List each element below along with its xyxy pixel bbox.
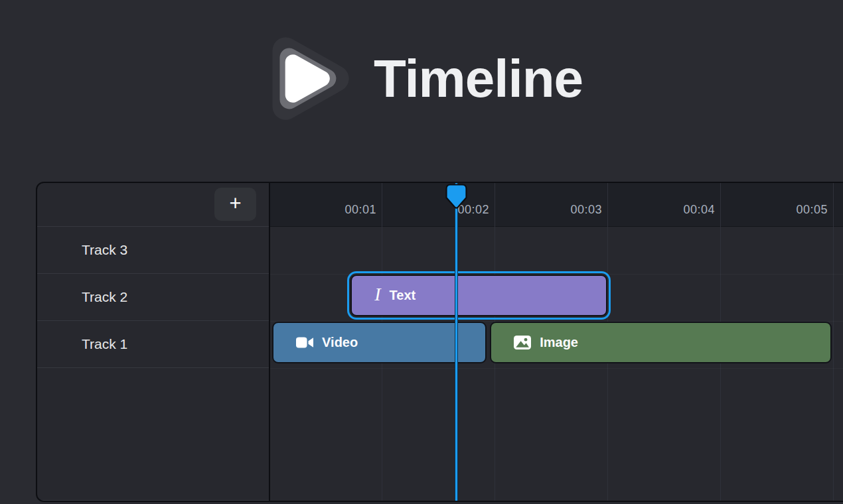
image-icon bbox=[514, 336, 531, 349]
plus-icon: + bbox=[229, 193, 241, 214]
track-label: Track 2 bbox=[82, 289, 127, 305]
timeline-editor: + Track 3 Track 2 Track 1 00:0100:0200:0… bbox=[36, 182, 843, 502]
track-label: Track 3 bbox=[82, 242, 127, 258]
add-track-button[interactable]: + bbox=[214, 188, 256, 221]
track-row-2: Track 2 bbox=[37, 274, 269, 321]
video-camera-icon bbox=[296, 336, 313, 349]
clip-icon-wrap bbox=[296, 336, 313, 349]
playhead-line bbox=[455, 183, 458, 501]
play-icon bbox=[260, 33, 351, 124]
ruler-tick-label: 00:03 bbox=[549, 183, 602, 227]
text-italic-icon: I bbox=[374, 285, 380, 304]
clip-label: Video bbox=[322, 335, 358, 350]
app-header: Timeline bbox=[0, 33, 843, 124]
text-clip[interactable]: IText bbox=[350, 275, 607, 316]
clip-icon-wrap bbox=[514, 336, 531, 349]
lane-divider bbox=[270, 368, 843, 369]
ruler-tick-label: 00:04 bbox=[662, 183, 715, 227]
clip-icon-wrap: I bbox=[374, 286, 380, 305]
image-clip[interactable]: Image bbox=[490, 322, 832, 363]
clip-label: Text bbox=[390, 288, 416, 303]
ruler-gridline bbox=[833, 183, 834, 501]
track-row-1: Track 1 bbox=[37, 321, 269, 368]
track-list-header: + bbox=[37, 183, 269, 227]
timeline-lanes: 00:0100:0200:0300:0400:05VideoImageIText bbox=[270, 183, 843, 501]
playhead-handle-icon[interactable] bbox=[444, 183, 469, 210]
track-row-3: Track 3 bbox=[37, 227, 269, 274]
clip-label: Image bbox=[540, 335, 578, 350]
track-label: Track 1 bbox=[82, 336, 127, 352]
track-list-empty-area bbox=[37, 368, 269, 501]
page-title: Timeline bbox=[374, 48, 583, 109]
track-list-panel: + Track 3 Track 2 Track 1 bbox=[37, 183, 269, 501]
ruler-tick-label: 00:05 bbox=[775, 183, 828, 227]
ruler-tick-label: 00:01 bbox=[323, 183, 376, 227]
